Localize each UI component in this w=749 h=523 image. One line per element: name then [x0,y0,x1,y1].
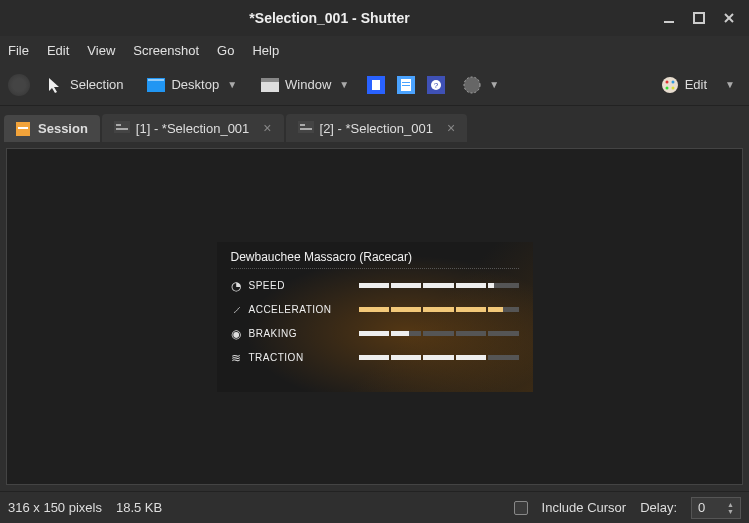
window-label: Window [285,77,331,92]
tab-2-label: [2] - *Selection_001 [320,121,433,136]
window-button[interactable]: Window ▼ [253,72,357,98]
vehicle-title: Dewbauchee Massacro (Racecar) [231,250,519,269]
stat-speed-label: SPEED [249,280,359,291]
svg-rect-30 [300,124,305,126]
svg-rect-28 [116,128,128,130]
close-icon[interactable]: × [263,120,271,136]
svg-rect-13 [402,85,410,86]
screenshot-preview: Dewbauchee Massacro (Racecar) ◔ SPEED ⟋ … [217,242,533,392]
delay-spinbox[interactable]: 0 ▲ ▼ [691,497,741,519]
svg-rect-0 [664,21,674,23]
svg-rect-7 [261,78,279,82]
clipboard-icon[interactable] [395,74,417,96]
stat-traction: ≋ TRACTION [231,351,519,365]
window-title: *Selection_001 - Shutter [10,10,649,26]
delay-label: Delay: [640,500,677,515]
stat-braking: ◉ BRAKING [231,327,519,341]
include-cursor-label: Include Cursor [542,500,627,515]
braking-icon: ◉ [231,327,249,341]
tab-1-label: [1] - *Selection_001 [136,121,249,136]
stat-accel-label: ACCELERATION [249,304,359,315]
spinner-icon: ▲ ▼ [727,501,734,515]
statusbar: 316 x 150 pixels 18.5 KB Include Cursor … [0,491,749,523]
edit-button[interactable]: Edit [653,72,715,98]
menu-go[interactable]: Go [217,43,234,58]
desktop-icon [147,76,165,94]
svg-rect-5 [148,79,164,81]
delay-value: 0 [698,500,705,515]
titlebar: *Selection_001 - Shutter [0,0,749,36]
spinner-down[interactable]: ▼ [727,508,734,515]
tab-session[interactable]: Session [4,115,100,142]
close-icon[interactable]: × [447,120,455,136]
stat-accel-bar [359,307,519,312]
canvas-area: Dewbauchee Massacro (Racecar) ◔ SPEED ⟋ … [0,142,749,491]
selection-button[interactable]: Selection [38,72,131,98]
image-icon [114,121,128,135]
tab-selection-1[interactable]: [1] - *Selection_001 × [102,114,284,142]
chevron-down-icon[interactable]: ▼ [725,79,735,90]
desktop-button[interactable]: Desktop ▼ [139,72,245,98]
svg-rect-12 [402,82,410,83]
spinner-up[interactable]: ▲ [727,501,734,508]
stat-braking-label: BRAKING [249,328,359,339]
close-button[interactable] [719,8,739,28]
svg-point-21 [671,80,674,83]
stat-speed: ◔ SPEED [231,279,519,293]
redo-last-icon[interactable] [8,74,30,96]
menu-file[interactable]: File [8,43,29,58]
stat-traction-label: TRACTION [249,352,359,363]
acceleration-icon: ⟋ [231,303,249,317]
menubar: File Edit View Screenshot Go Help [0,36,749,64]
cursor-icon [46,76,64,94]
svg-point-22 [665,86,668,89]
svg-text:?: ? [434,81,439,90]
toolbar: Selection Desktop ▼ Window ▼ ? ▼ Edit ▼ [0,64,749,106]
svg-point-17 [464,77,480,93]
minimize-button[interactable] [659,8,679,28]
stat-speed-bar [359,283,519,288]
stat-acceleration: ⟋ ACCELERATION [231,303,519,317]
menu-view[interactable]: View [87,43,115,58]
svg-point-20 [665,80,668,83]
tab-selection-2[interactable]: [2] - *Selection_001 × [286,114,468,142]
window-icon [261,76,279,94]
image-filesize: 18.5 KB [116,500,162,515]
menu-edit[interactable]: Edit [47,43,69,58]
effects-button[interactable]: ▼ [455,72,507,98]
effects-icon [463,76,481,94]
traction-icon: ≋ [231,351,249,365]
selection-label: Selection [70,77,123,92]
image-icon [298,121,312,135]
speed-icon: ◔ [231,279,249,293]
stat-braking-bar [359,331,519,336]
svg-rect-27 [116,124,121,126]
chevron-down-icon[interactable]: ▼ [227,79,237,90]
tabs: Session [1] - *Selection_001 × [2] - *Se… [0,106,749,142]
svg-point-23 [671,86,674,89]
svg-rect-25 [18,127,28,129]
maximize-button[interactable] [689,8,709,28]
chevron-down-icon[interactable]: ▼ [339,79,349,90]
desktop-label: Desktop [171,77,219,92]
include-cursor-checkbox[interactable] [514,501,528,515]
svg-rect-29 [298,121,314,133]
menu-help[interactable]: Help [252,43,279,58]
svg-rect-9 [372,80,380,90]
svg-rect-26 [114,121,130,133]
svg-point-19 [662,77,678,93]
upload-icon[interactable]: ? [425,74,447,96]
canvas[interactable]: Dewbauchee Massacro (Racecar) ◔ SPEED ⟋ … [6,148,743,485]
session-icon [16,122,30,136]
stat-traction-bar [359,355,519,360]
menu-screenshot[interactable]: Screenshot [133,43,199,58]
palette-icon [661,76,679,94]
export-icon[interactable] [365,74,387,96]
svg-rect-1 [694,13,704,23]
chevron-down-icon[interactable]: ▼ [489,79,499,90]
svg-rect-31 [300,128,312,130]
tab-session-label: Session [38,121,88,136]
image-dimensions: 316 x 150 pixels [8,500,102,515]
edit-label: Edit [685,77,707,92]
